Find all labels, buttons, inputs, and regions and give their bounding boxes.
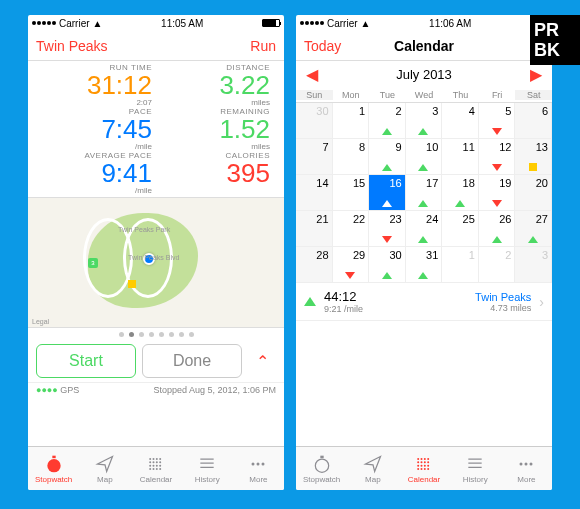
calendar-day[interactable]: 2 [479,247,516,283]
calories-value: 395 [160,160,270,186]
run-summary-row[interactable]: 44:12 9:21 /mile Twin Peaks 4.73 miles › [296,283,552,321]
map-park-label: Twin Peaks Park [118,226,170,233]
phone-calendar: Carrier ▲ 11:06 AM Today Calendar ◀ July… [296,15,552,490]
page-dots[interactable] [28,328,284,340]
calendar-day[interactable]: 8 [333,139,370,175]
carrier-label: Carrier [59,18,90,29]
weekday-label: Sun [296,90,333,100]
calendar-day[interactable]: 9 [369,139,406,175]
calendar-day[interactable]: 24 [406,211,443,247]
prev-month-icon[interactable]: ◀ [306,65,318,84]
good-run-icon [382,272,392,279]
calendar-day[interactable]: 1 [442,247,479,283]
svg-point-10 [149,464,151,466]
calendar-day[interactable]: 10 [406,139,443,175]
calendar-day[interactable]: 3 [515,247,552,283]
svg-point-22 [257,462,260,465]
location-icon [95,454,115,474]
expand-up-icon[interactable]: ⌃ [248,347,276,375]
svg-point-23 [262,462,265,465]
clock: 11:06 AM [429,18,471,29]
calendar-day[interactable]: 4 [442,103,479,139]
calendar-day[interactable]: 28 [296,247,333,283]
svg-point-41 [427,468,429,470]
tab-calendar[interactable]: Calendar [398,447,449,490]
metrics-grid: RUN TIME31:122:07 DISTANCE3.22miles PACE… [28,61,284,198]
nav-title: Calendar [394,38,454,54]
nav-today[interactable]: Today [304,38,364,54]
distance-sub: miles [160,98,270,107]
svg-point-34 [417,464,419,466]
map-panel[interactable]: 3 Twin Peaks Park Twin Peaks Blvd Legal [28,198,284,328]
tab-history[interactable]: History [182,447,233,490]
good-run-icon [418,272,428,279]
calendar-day[interactable]: 17 [406,175,443,211]
calendar-day[interactable]: 21 [296,211,333,247]
calendar-day[interactable]: 23 [369,211,406,247]
svg-point-29 [427,458,429,460]
tab-stopwatch[interactable]: Stopwatch [28,447,79,490]
calendar-day[interactable]: 30 [369,247,406,283]
calendar-day[interactable]: 29 [333,247,370,283]
location-icon [363,454,383,474]
nav-bar: Today Calendar [296,31,552,61]
calendar-day[interactable]: 27 [515,211,552,247]
calendar-day[interactable]: 13 [515,139,552,175]
svg-point-45 [520,462,523,465]
footer-status: ●●●● GPS Stopped Aug 5, 2012, 1:06 PM [28,382,284,397]
signal-icon [300,21,324,25]
done-button[interactable]: Done [142,344,242,378]
svg-point-40 [424,468,426,470]
run-time: 44:12 [324,289,467,304]
weekday-row: SunMonTueWedThuFriSat [296,88,552,103]
calendar-day[interactable]: 16 [369,175,406,211]
svg-point-38 [417,468,419,470]
tab-more[interactable]: More [233,447,284,490]
calendar-day[interactable]: 11 [442,139,479,175]
weekday-label: Thu [442,90,479,100]
bad-run-icon [492,128,502,135]
tab-map[interactable]: Map [347,447,398,490]
nav-action[interactable]: Run [216,38,276,54]
tab-map[interactable]: Map [79,447,130,490]
tab-more[interactable]: More [501,447,552,490]
calendar-day[interactable]: 19 [479,175,516,211]
calendar-day[interactable]: 18 [442,175,479,211]
calendar-day[interactable]: 3 [406,103,443,139]
calendar-day[interactable]: 6 [515,103,552,139]
nav-bar: Twin Peaks Run [28,31,284,61]
tab-calendar[interactable]: Calendar [130,447,181,490]
calendar-day[interactable]: 20 [515,175,552,211]
calendar-day[interactable]: 5 [479,103,516,139]
calendar-day[interactable]: 1 [333,103,370,139]
weekday-label: Sat [515,90,552,100]
calendar-day[interactable]: 31 [406,247,443,283]
calendar-day[interactable]: 2 [369,103,406,139]
nav-back[interactable]: Twin Peaks [36,38,108,54]
history-icon [197,454,217,474]
calendar-day[interactable]: 30 [296,103,333,139]
map-legal[interactable]: Legal [32,318,49,325]
calendar-day[interactable]: 25 [442,211,479,247]
start-button[interactable]: Start [36,344,136,378]
calendar-day[interactable]: 22 [333,211,370,247]
svg-point-28 [424,458,426,460]
svg-point-13 [159,464,161,466]
run-location: Twin Peaks [475,291,531,303]
svg-point-12 [156,464,158,466]
tab-stopwatch[interactable]: Stopwatch [296,447,347,490]
good-run-icon [382,128,392,135]
svg-point-3 [153,458,155,460]
calendar-day[interactable]: 12 [479,139,516,175]
next-month-icon[interactable]: ▶ [530,65,542,84]
calendar-day[interactable]: 7 [296,139,333,175]
good-run-icon [528,236,538,243]
calendar-day[interactable]: 14 [296,175,333,211]
weekday-label: Mon [333,90,370,100]
tab-history[interactable]: History [450,447,501,490]
empty-area [296,321,552,446]
svg-point-5 [159,458,161,460]
distance-value: 3.22 [160,72,270,98]
calendar-day[interactable]: 26 [479,211,516,247]
calendar-day[interactable]: 15 [333,175,370,211]
